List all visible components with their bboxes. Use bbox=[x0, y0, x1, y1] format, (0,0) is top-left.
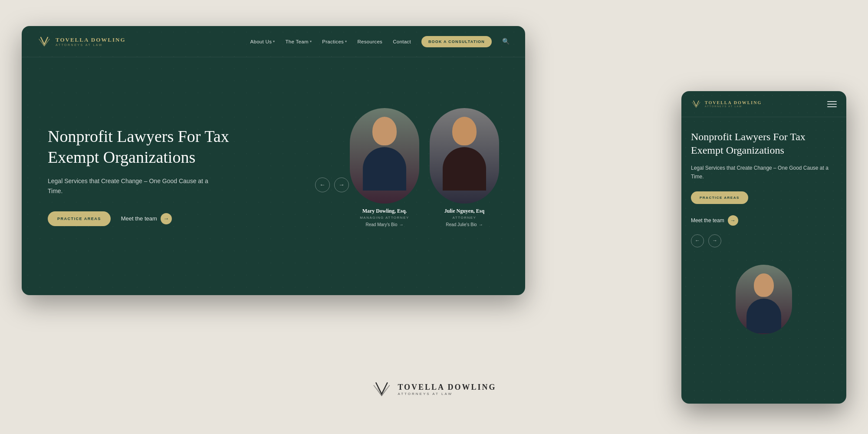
mary-photo bbox=[350, 108, 419, 204]
attorney-card-julie: Julie Nguyen, Esq ATTORNEY Read Julie's … bbox=[430, 108, 499, 227]
bottom-logo-text: TOVELLA DOWLING ATTORNEYS AT LAW bbox=[398, 383, 496, 396]
desktop-nav: TOVELLA DOWLING ATTORNEYS AT LAW About U… bbox=[22, 26, 525, 57]
logo-text: TOVELLA DOWLING ATTORNEYS AT LAW bbox=[56, 36, 126, 46]
julie-silhouette bbox=[430, 108, 499, 204]
nav-about[interactable]: About Us ▾ bbox=[250, 39, 275, 44]
meet-team-button[interactable]: Meet the team → bbox=[121, 213, 172, 224]
attorney-card-mary: Mary Dowling, Esq. MANAGING ATTORNEY Rea… bbox=[350, 108, 419, 227]
bottom-logo-tagline: ATTORNEYS AT LAW bbox=[398, 392, 496, 396]
mobile-hero-title: Nonprofit Lawyers For Tax Exempt Organiz… bbox=[691, 130, 837, 157]
mobile-mockup: TOVELLA DOWLING ATTORNEYS AT LAW Nonprof… bbox=[681, 91, 846, 404]
mobile-hero: Nonprofit Lawyers For Tax Exempt Organiz… bbox=[681, 117, 846, 265]
bottom-logo-icon bbox=[372, 379, 391, 399]
mobile-nav: TOVELLA DOWLING ATTORNEYS AT LAW bbox=[681, 91, 846, 117]
logo-tagline: ATTORNEYS AT LAW bbox=[56, 43, 126, 46]
logo-icon bbox=[37, 35, 51, 49]
julie-head bbox=[452, 117, 477, 145]
mary-body bbox=[363, 147, 406, 191]
hero-title: Nonprofit Lawyers For Tax Exempt Organiz… bbox=[48, 126, 256, 168]
hamburger-line bbox=[827, 106, 837, 107]
desktop-mockup: TOVELLA DOWLING ATTORNEYS AT LAW About U… bbox=[22, 26, 525, 295]
julie-name: Julie Nguyen, Esq bbox=[444, 208, 484, 214]
book-consultation-button[interactable]: BOOK A CONSULTATION bbox=[421, 36, 492, 47]
mobile-arrow-right-icon: → bbox=[728, 215, 738, 226]
mobile-person-body bbox=[746, 299, 781, 333]
nav-team[interactable]: The Team ▾ bbox=[286, 39, 312, 44]
bottom-logo-name: TOVELLA DOWLING bbox=[398, 383, 496, 392]
mary-head bbox=[372, 117, 397, 145]
mobile-attorney-preview bbox=[681, 265, 846, 334]
nav-contact[interactable]: Contact bbox=[393, 39, 411, 44]
arrow-icon: → bbox=[479, 222, 483, 227]
mobile-person-silhouette bbox=[736, 265, 792, 334]
nav-resources[interactable]: Resources bbox=[357, 39, 382, 44]
mobile-prev-arrow-button[interactable]: ← bbox=[691, 234, 704, 247]
mary-title: MANAGING ATTORNEY bbox=[360, 216, 409, 220]
carousel-arrows: ← → bbox=[315, 178, 349, 192]
mobile-logo-text: TOVELLA DOWLING ATTORNEYS AT LAW bbox=[705, 100, 762, 108]
mary-name: Mary Dowling, Esq. bbox=[360, 208, 409, 214]
logo[interactable]: TOVELLA DOWLING ATTORNEYS AT LAW bbox=[37, 35, 126, 49]
mary-info: Mary Dowling, Esq. MANAGING ATTORNEY Rea… bbox=[360, 208, 409, 227]
hero-content: Nonprofit Lawyers For Tax Exempt Organiz… bbox=[48, 126, 350, 226]
mobile-practice-areas-button[interactable]: PRACTICE AREAS bbox=[691, 191, 748, 204]
mary-silhouette bbox=[350, 108, 419, 204]
hero-buttons: PRACTICE AREAS Meet the team → bbox=[48, 211, 332, 226]
bottom-logo: TOVELLA DOWLING ATTORNEYS AT LAW bbox=[372, 379, 496, 399]
mobile-attorney-photo bbox=[736, 265, 792, 334]
nav-links: About Us ▾ The Team ▾ Practices ▾ Resour… bbox=[250, 36, 510, 47]
scene: TOVELLA DOWLING ATTORNEYS AT LAW About U… bbox=[22, 26, 846, 408]
mobile-meet-team-button[interactable]: Meet the team → bbox=[691, 215, 837, 226]
mary-bio-link[interactable]: Read Mary's Bio → bbox=[360, 222, 409, 227]
julie-info: Julie Nguyen, Esq ATTORNEY Read Julie's … bbox=[444, 208, 484, 227]
mobile-logo-tagline: ATTORNEYS AT LAW bbox=[705, 105, 762, 108]
hamburger-menu-button[interactable] bbox=[827, 101, 837, 107]
julie-bio-link[interactable]: Read Julie's Bio → bbox=[444, 222, 484, 227]
search-icon[interactable]: 🔍 bbox=[502, 38, 510, 45]
mobile-logo-icon bbox=[691, 99, 701, 109]
hero-subtitle: Legal Services that Create Change – One … bbox=[48, 176, 221, 196]
mobile-carousel-arrows: ← → bbox=[691, 234, 837, 247]
arrow-icon: → bbox=[399, 222, 404, 227]
julie-photo bbox=[430, 108, 499, 204]
mobile-hero-subtitle: Legal Services that Create Change – One … bbox=[691, 164, 837, 181]
mobile-logo[interactable]: TOVELLA DOWLING ATTORNEYS AT LAW bbox=[691, 99, 762, 109]
caret-icon: ▾ bbox=[273, 39, 275, 43]
prev-arrow-button[interactable]: ← bbox=[315, 178, 330, 192]
nav-practices[interactable]: Practices ▾ bbox=[322, 39, 347, 44]
next-arrow-button[interactable]: → bbox=[334, 178, 349, 192]
arrow-right-icon: → bbox=[161, 213, 172, 224]
hamburger-line bbox=[827, 101, 837, 102]
logo-name: TOVELLA DOWLING bbox=[56, 36, 126, 43]
mobile-person-head bbox=[754, 273, 774, 297]
practice-areas-button[interactable]: PRACTICE AREAS bbox=[48, 211, 111, 226]
hamburger-line bbox=[827, 104, 837, 105]
caret-icon: ▾ bbox=[345, 39, 347, 43]
mobile-next-arrow-button[interactable]: → bbox=[708, 234, 721, 247]
attorneys-section: ← → Mary Dowling, Esq. MANAGING ATTORNEY bbox=[350, 108, 499, 244]
julie-body bbox=[443, 147, 486, 191]
hero-section: Nonprofit Lawyers For Tax Exempt Organiz… bbox=[22, 57, 525, 295]
mobile-logo-name: TOVELLA DOWLING bbox=[705, 100, 762, 105]
julie-title: ATTORNEY bbox=[444, 216, 484, 220]
caret-icon: ▾ bbox=[310, 39, 312, 43]
